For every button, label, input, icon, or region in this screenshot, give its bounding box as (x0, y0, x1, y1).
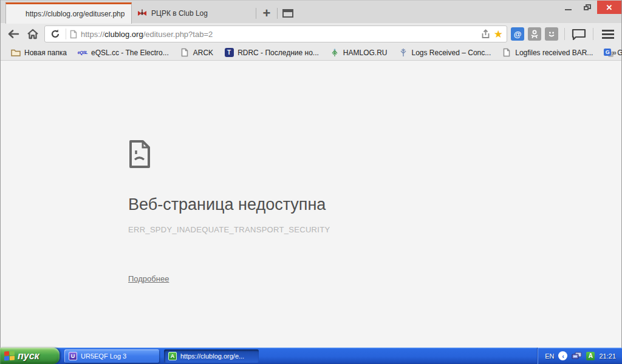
tab-strip: https://clublog.org/edituser.php РЦРК в … (1, 0, 621, 23)
folder-icon (11, 48, 21, 58)
tab-rcrc-clublog[interactable]: РЦРК в Club Log (132, 2, 259, 24)
bookmark-arck[interactable]: ARCK (174, 46, 219, 59)
toolbar-separator (564, 28, 565, 40)
url-text: https://clublog.org/edituser.php?tab=2 (81, 30, 477, 39)
taskbar: пуск U UR5EQF Log 3 A https://clublog.or… (0, 348, 622, 364)
bookmark-logfiles[interactable]: Logfiles received BAR... (496, 46, 598, 59)
language-indicator[interactable]: EN (545, 352, 554, 360)
restore-icon (584, 4, 591, 10)
moimir-smiley-button[interactable] (545, 27, 558, 41)
person-icon (530, 30, 539, 38)
bookmark-google-translate[interactable]: G Google Переводчик (598, 46, 622, 59)
bookmark-new-folder[interactable]: Новая папка (5, 46, 72, 59)
taskbar-button-label: https://clublog.org/e... (180, 352, 244, 360)
windows-logo-icon (4, 351, 15, 360)
bookmarks-overflow-chevron[interactable]: » (612, 48, 617, 57)
green-a-tray-icon[interactable]: A (586, 352, 595, 360)
toolbar-separator (593, 28, 593, 40)
navigation-toolbar: https://clublog.org/edituser.php?tab=2 ★… (1, 23, 621, 45)
smiley-icon (547, 30, 556, 38)
page-icon (70, 30, 77, 39)
address-bar[interactable]: https://clublog.org/edituser.php?tab=2 ★ (44, 25, 507, 42)
error-code: ERR_SPDY_INADEQUATE_TRANSPORT_SECURITY (128, 225, 330, 234)
amigo-icon: A (168, 352, 177, 360)
page-icon (180, 48, 190, 58)
bookmark-eqsl[interactable]: eQSL eQSL.cc - The Electro... (72, 46, 174, 59)
mailru-button[interactable]: @ (511, 27, 524, 41)
reload-button[interactable] (49, 27, 62, 41)
window-controls: ✕ (558, 1, 621, 14)
odnoklassniki-button[interactable] (528, 27, 541, 41)
browser-window: https://clublog.org/edituser.php РЦРК в … (0, 0, 622, 348)
bookmark-hamlog[interactable]: HAMLOG.RU (324, 46, 393, 59)
system-tray: EN ‹ A 21:21 (537, 348, 622, 364)
bookmark-rdrc[interactable]: T RDRC - Последние но... (219, 46, 324, 59)
home-icon (27, 29, 39, 39)
home-button[interactable] (25, 26, 41, 42)
chat-button[interactable] (571, 26, 587, 42)
taskbar-button-label: UR5EQF Log 3 (81, 352, 126, 360)
tab-list-button[interactable] (278, 2, 298, 24)
close-button[interactable]: ✕ (597, 1, 621, 14)
taskbar-button-browser[interactable]: A https://clublog.org/e... (164, 349, 259, 363)
new-tab-button[interactable]: + (256, 2, 277, 24)
sad-page-icon (128, 140, 151, 169)
menu-button[interactable] (600, 27, 617, 41)
chat-bubble-icon (572, 29, 586, 40)
rcrc-icon (137, 8, 147, 18)
reload-icon (50, 29, 60, 39)
bookmark-star-icon[interactable]: ★ (494, 29, 503, 39)
start-button[interactable]: пуск (0, 348, 60, 364)
tab-title: РЦРК в Club Log (151, 9, 208, 18)
page-content: Веб-страница недоступна ERR_SPDY_INADEQU… (1, 61, 621, 348)
minimize-button[interactable] (558, 1, 578, 14)
rdrc-icon: T (224, 48, 234, 58)
taskbar-button-ur5eqf[interactable]: U UR5EQF Log 3 (64, 349, 159, 363)
hamlog-icon (330, 48, 340, 58)
ur5eqf-icon: U (69, 352, 77, 360)
bookmark-logs-received[interactable]: Logs Received – Conc... (393, 46, 497, 59)
url-separator (66, 29, 66, 39)
eqsl-icon: eQSL (78, 48, 87, 58)
tab-clublog-edituser[interactable]: https://clublog.org/edituser.php (5, 2, 132, 24)
hidden-icons-chevron[interactable]: ‹ (558, 351, 567, 360)
antenna-icon (398, 48, 408, 58)
page-icon (502, 48, 511, 58)
back-button[interactable] (5, 26, 21, 42)
error-title: Веб-страница недоступна (128, 195, 326, 214)
clock: 21:21 (599, 352, 616, 360)
tab-title: https://clublog.org/edituser.php (26, 10, 125, 18)
share-icon[interactable] (481, 29, 490, 39)
desktop-screen: https://clublog.org/edituser.php РЦРК в … (0, 0, 622, 364)
minimize-icon (565, 9, 572, 10)
network-tray-icon[interactable] (572, 352, 582, 360)
restore-button[interactable] (578, 1, 597, 14)
details-link[interactable]: Подробнее (128, 274, 169, 283)
back-arrow-icon (7, 29, 19, 39)
clublog-globe-icon (12, 9, 21, 19)
bookmarks-bar: Новая папка eQSL eQSL.cc - The Electro..… (1, 45, 621, 61)
window-stack-icon (282, 9, 293, 18)
